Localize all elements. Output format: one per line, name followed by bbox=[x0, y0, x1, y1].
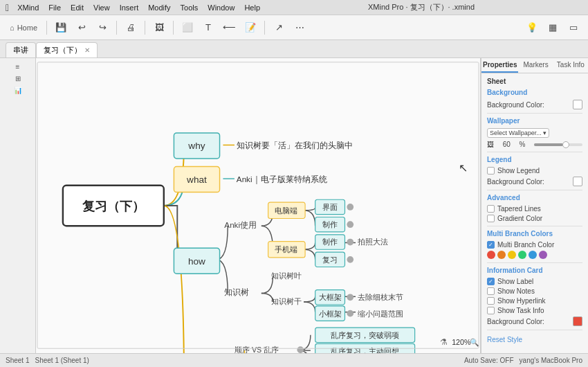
show-notes-checkbox[interactable] bbox=[487, 287, 495, 295]
tab-close-icon[interactable]: ✕ bbox=[84, 46, 90, 54]
menu-modify[interactable]: Modify bbox=[148, 3, 170, 12]
info-card-title: Information Card bbox=[487, 267, 582, 274]
gradient-color-checkbox[interactable] bbox=[487, 215, 495, 222]
multi-branch-label: Multi Branch Color bbox=[497, 241, 554, 249]
tapered-lines-checkbox[interactable] bbox=[487, 205, 495, 213]
menu-edit[interactable]: Edit bbox=[71, 3, 84, 12]
menu-xmind[interactable]: XMind bbox=[17, 3, 39, 12]
zoom-slider[interactable] bbox=[534, 143, 582, 146]
toolbar-separator-4 bbox=[173, 21, 174, 35]
svg-text:Anki｜电子版莱特纳系统: Anki｜电子版莱特纳系统 bbox=[237, 174, 327, 184]
show-legend-checkbox[interactable] bbox=[487, 167, 495, 174]
svg-text:界面: 界面 bbox=[322, 203, 338, 211]
status-bar: Sheet 1 Sheet 1 (Sheet 1) Auto Save: OFF… bbox=[0, 353, 588, 367]
tab-review[interactable]: 复习（下） ✕ bbox=[36, 42, 98, 57]
toolbar-separator bbox=[46, 21, 47, 35]
tab-properties[interactable]: Properties bbox=[481, 58, 518, 73]
legend-title: Legend bbox=[487, 156, 582, 163]
branch-color-red[interactable] bbox=[487, 251, 495, 259]
show-notes-label: Show Notes bbox=[497, 287, 535, 295]
bg-color-swatch[interactable] bbox=[573, 100, 582, 109]
menu-help[interactable]: Help bbox=[244, 3, 260, 12]
mindmap-item[interactable]: ⊞ bbox=[1, 73, 34, 84]
more-button[interactable]: ⋯ bbox=[291, 19, 309, 37]
menu-tools[interactable]: Tools bbox=[181, 3, 199, 12]
home-label: Home bbox=[17, 24, 37, 32]
multi-branch-checkbox[interactable]: ✓ bbox=[487, 241, 495, 249]
text-button[interactable]: T bbox=[199, 19, 217, 37]
window-title: XMind Pro · 复习（下）· .xmind bbox=[270, 2, 573, 12]
divider-5 bbox=[487, 262, 582, 263]
share-button[interactable]: ↗ bbox=[270, 19, 288, 37]
wallpaper-row: Select Wallpaper... ▾ bbox=[487, 128, 582, 138]
main-area: ≡ ⊞ 📊 bbox=[0, 58, 588, 353]
legend-bg-swatch[interactable] bbox=[573, 177, 582, 186]
svg-text:手机端: 手机端 bbox=[275, 245, 297, 253]
legend-bg-row: Background Color: bbox=[487, 177, 582, 186]
apple-menu[interactable]:  bbox=[6, 2, 9, 13]
outline-sidebar: ≡ ⊞ 📊 bbox=[0, 58, 36, 353]
multi-branch-title: Multi Branch Colors bbox=[487, 230, 582, 238]
sheet-section: Sheet Background Background Color: Wallp… bbox=[481, 73, 588, 350]
redo-button[interactable]: ↪ bbox=[93, 19, 111, 37]
autosave-status: Auto Save: OFF bbox=[464, 357, 514, 364]
show-task-info-checkbox[interactable] bbox=[487, 307, 495, 314]
menu-file[interactable]: File bbox=[48, 3, 61, 12]
info-bg-swatch[interactable] bbox=[573, 316, 582, 326]
sheet-label[interactable]: Sheet 1 bbox=[6, 357, 29, 364]
svg-text:顺序 VS 乱序: 顺序 VS 乱序 bbox=[235, 346, 279, 353]
branch-color-blue[interactable] bbox=[529, 251, 537, 259]
svg-text:大框架: 大框架 bbox=[319, 293, 342, 301]
connect-button[interactable]: ⟵ bbox=[220, 19, 239, 37]
show-hyperlink-checkbox[interactable] bbox=[487, 297, 495, 305]
insert-image-button[interactable]: 🖼 bbox=[150, 19, 168, 37]
svg-text:乱序复习，主动回想: 乱序复习，主动回想 bbox=[331, 347, 399, 353]
tab-markers[interactable]: Markers bbox=[518, 58, 553, 73]
gradient-color-row: Gradient Color bbox=[487, 215, 582, 222]
show-hyperlink-label: Show Hyperlink bbox=[497, 297, 545, 305]
toolbar-separator-2 bbox=[116, 21, 117, 35]
svg-point-25 bbox=[347, 221, 353, 228]
menu-insert[interactable]: Insert bbox=[120, 3, 139, 12]
reset-style-button[interactable]: Reset Style bbox=[487, 334, 582, 346]
divider-2 bbox=[487, 152, 582, 152]
toolbar-separator-5 bbox=[264, 21, 265, 35]
canvas[interactable]: 复习（下） why 知识树要「活」在我们的头脑中 what Anki｜电子版莱特… bbox=[36, 58, 481, 353]
info-bg-row: Background Color: bbox=[487, 316, 582, 326]
bg-color-label: Background Color: bbox=[487, 101, 544, 109]
info-bg-label: Background Color: bbox=[487, 318, 544, 325]
undo-button[interactable]: ↩ bbox=[73, 19, 91, 37]
zoom-value: 60 bbox=[503, 141, 511, 148]
branch-color-yellow[interactable] bbox=[508, 251, 516, 259]
menu-view[interactable]: View bbox=[93, 3, 110, 12]
select-button[interactable]: ⬜ bbox=[178, 19, 196, 37]
view-toggle-button[interactable]: ▦ bbox=[544, 19, 562, 37]
tab-serial[interactable]: 串讲 bbox=[6, 42, 36, 57]
sheet-info: Sheet 1 (Sheet 1) bbox=[35, 357, 89, 364]
svg-point-37 bbox=[347, 294, 353, 301]
right-panel: Properties Markers Task Info Sheet Backg… bbox=[481, 58, 588, 353]
svg-text:制作: 制作 bbox=[322, 220, 338, 229]
branch-colors bbox=[487, 251, 582, 259]
print-button[interactable]: 🖨 bbox=[122, 19, 140, 37]
wallpaper-select[interactable]: Select Wallpaper... ▾ bbox=[487, 128, 549, 138]
gantt-item[interactable]: 📊 bbox=[1, 84, 34, 96]
save-button[interactable]: 💾 bbox=[52, 19, 70, 37]
menu-window[interactable]: Window bbox=[208, 3, 235, 12]
panel-button[interactable]: ▭ bbox=[564, 19, 582, 37]
note-button[interactable]: 📝 bbox=[241, 19, 259, 37]
tip-button[interactable]: 💡 bbox=[523, 19, 541, 37]
svg-text:120%: 120% bbox=[452, 338, 471, 346]
svg-point-28 bbox=[347, 239, 353, 246]
divider-4 bbox=[487, 226, 582, 226]
outline-item[interactable]: ≡ bbox=[1, 61, 34, 73]
home-button[interactable]: ⌂ Home bbox=[6, 22, 42, 33]
svg-text:⚗: ⚗ bbox=[440, 337, 448, 346]
show-label-checkbox[interactable]: ✓ bbox=[487, 278, 495, 285]
branch-color-green[interactable] bbox=[518, 251, 526, 259]
show-notes-row: Show Notes bbox=[487, 287, 582, 295]
tab-task-info[interactable]: Task Info bbox=[553, 58, 588, 73]
gradient-color-label: Gradient Color bbox=[497, 215, 542, 222]
branch-color-purple[interactable] bbox=[539, 251, 547, 259]
branch-color-orange[interactable] bbox=[497, 251, 506, 259]
